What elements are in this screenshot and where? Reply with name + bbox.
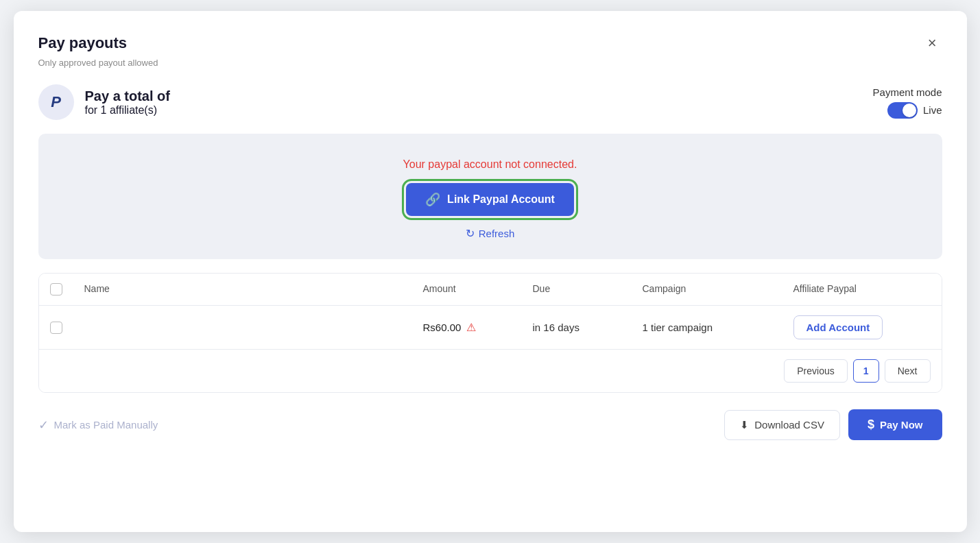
warning-icon: ⚠ <box>466 321 476 334</box>
refresh-button[interactable]: ↻ Refresh <box>466 227 515 240</box>
pay-info-left: P Pay a total of for 1 affiliate(s) <box>38 84 170 120</box>
link-icon: 🔗 <box>425 192 440 207</box>
toggle-knob <box>903 104 916 117</box>
pay-total-block: Pay a total of for 1 affiliate(s) <box>85 88 170 117</box>
download-csv-label: Download CSV <box>754 419 824 431</box>
payouts-table: Name Amount Due Campaign Affiliate Paypa… <box>38 273 942 393</box>
pagination-row: Previous 1 Next <box>39 350 942 392</box>
paypal-logo-letter: P <box>51 93 61 111</box>
row-due: in 16 days <box>533 322 643 333</box>
modal-container: Pay payouts × Only approved payout allow… <box>14 11 967 532</box>
footer-row: ✓ Mark as Paid Manually ⬇ Download CSV $… <box>38 407 942 440</box>
check-circle-icon: ✓ <box>38 418 49 433</box>
th-checkbox <box>50 283 84 295</box>
payment-mode-block: Payment mode Live <box>873 86 942 119</box>
payment-mode-toggle[interactable] <box>887 102 918 119</box>
paypal-logo: P <box>38 84 74 120</box>
footer-right: ⬇ Download CSV $ Pay Now <box>724 409 942 440</box>
pay-affiliates: for 1 affiliate(s) <box>85 104 170 117</box>
download-icon: ⬇ <box>740 419 749 431</box>
modal-title: Pay payouts <box>38 34 128 52</box>
header-checkbox[interactable] <box>50 283 62 295</box>
table-row: Rs60.00 ⚠ in 16 days 1 tier campaign Add… <box>39 306 942 350</box>
current-page[interactable]: 1 <box>853 359 879 383</box>
th-name: Name <box>84 283 423 295</box>
th-campaign: Campaign <box>643 283 793 295</box>
pay-now-button[interactable]: $ Pay Now <box>848 409 942 440</box>
refresh-icon: ↻ <box>466 227 475 240</box>
row-campaign: 1 tier campaign <box>643 322 793 333</box>
row-amount: Rs60.00 <box>423 322 462 333</box>
row-amount-cell: Rs60.00 ⚠ <box>423 321 533 334</box>
dollar-icon: $ <box>868 418 874 432</box>
download-csv-button[interactable]: ⬇ Download CSV <box>724 410 840 440</box>
modal-subtitle: Only approved payout allowed <box>38 58 942 68</box>
row-checkbox[interactable] <box>50 322 62 334</box>
mark-paid-label: Mark as Paid Manually <box>54 419 158 431</box>
pay-now-label: Pay Now <box>880 419 923 431</box>
th-amount: Amount <box>423 283 533 295</box>
payment-mode-label: Payment mode <box>873 86 942 98</box>
alert-box: Your paypal account not connected. 🔗 Lin… <box>38 134 942 259</box>
th-due: Due <box>533 283 643 295</box>
link-paypal-button[interactable]: 🔗 Link Paypal Account <box>406 183 574 216</box>
row-checkbox-cell <box>50 322 84 334</box>
close-button[interactable]: × <box>922 33 942 53</box>
modal-header: Pay payouts × <box>38 33 942 53</box>
link-paypal-label: Link Paypal Account <box>447 193 555 206</box>
previous-button[interactable]: Previous <box>784 359 847 383</box>
payment-mode-toggle-row: Live <box>887 102 942 119</box>
row-affiliate-paypal: Add Account <box>793 315 931 339</box>
th-affiliate-paypal: Affiliate Paypal <box>793 283 931 295</box>
next-button[interactable]: Next <box>885 359 931 383</box>
mark-paid-button[interactable]: ✓ Mark as Paid Manually <box>38 418 158 433</box>
table-header: Name Amount Due Campaign Affiliate Paypa… <box>39 274 942 306</box>
pay-total-line1: Pay a total of <box>85 88 170 104</box>
add-account-button[interactable]: Add Account <box>793 315 883 339</box>
refresh-label: Refresh <box>479 228 515 239</box>
live-label: Live <box>923 104 942 116</box>
pay-info-row: P Pay a total of for 1 affiliate(s) Paym… <box>38 84 942 120</box>
alert-message: Your paypal account not connected. <box>403 158 577 171</box>
